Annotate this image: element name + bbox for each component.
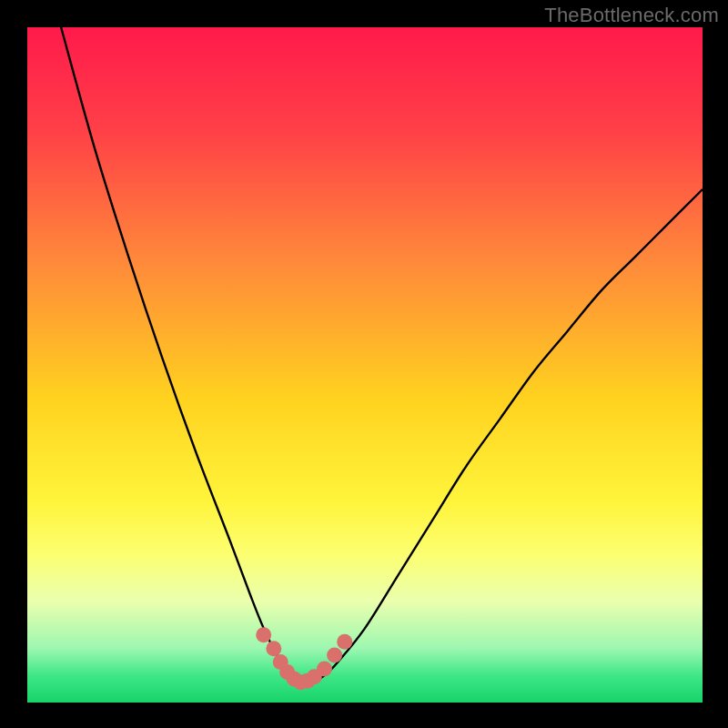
bottleneck-chart [27,27,703,703]
highlight-dot [317,661,332,676]
plot-area [27,27,703,703]
chart-frame: TheBottleneck.com [0,0,728,728]
highlight-dot [256,627,271,642]
gradient-background [27,27,703,703]
highlight-dot [337,634,352,650]
highlight-dot [266,641,281,656]
highlight-dot [327,648,342,663]
watermark-text: TheBottleneck.com [544,4,719,27]
